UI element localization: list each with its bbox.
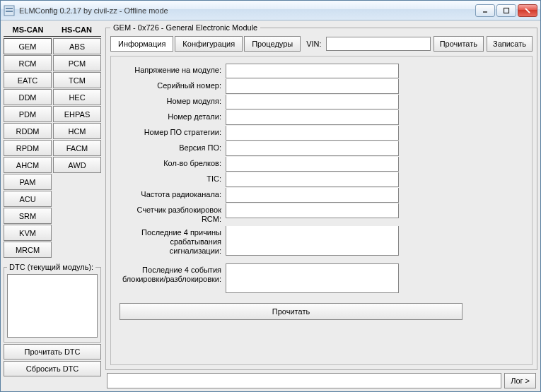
- titlebar[interactable]: ELMConfig 0.2.17 by civil-zz - Offline m…: [1, 1, 540, 20]
- client-area: MS-CAN HS-CAN GEM RCM EATC DDM PDM RDDM …: [1, 20, 540, 391]
- label-fobs: Кол-во брелков:: [120, 157, 226, 170]
- write-button[interactable]: Записать: [487, 36, 533, 52]
- module-btn-awd[interactable]: AWD: [53, 157, 101, 173]
- status-bar: Лог >: [105, 373, 537, 388]
- tab-config[interactable]: Конфигурация: [175, 36, 243, 52]
- reset-dtc-button[interactable]: Сбросить DTC: [4, 361, 101, 376]
- module-btn-tcm[interactable]: TCM: [53, 72, 101, 88]
- module-btn-abs[interactable]: ABS: [53, 38, 101, 54]
- module-btn-mrcm[interactable]: MRCM: [4, 242, 52, 258]
- svg-rect-1: [6, 8, 13, 9]
- module-topbar: Информация Конфигурация Процедуры VIN: П…: [110, 36, 533, 52]
- value-lock4: [226, 263, 399, 293]
- dtc-group: DTC (текущий модуль):: [4, 263, 101, 343]
- label-lock4: Последние 4 события блокировки/разблокир…: [120, 263, 226, 286]
- vin-label: VIN:: [306, 40, 321, 48]
- close-button[interactable]: [518, 4, 537, 17]
- module-btn-kvm[interactable]: KVM: [4, 225, 52, 241]
- hscan-header: HS-CAN: [52, 23, 101, 36]
- minimize-button[interactable]: [475, 4, 495, 17]
- label-stratnum: Номер ПО стратегии:: [120, 126, 226, 139]
- label-modnum: Номер модуля:: [120, 95, 226, 108]
- value-fobs: [226, 157, 399, 172]
- value-tic: [226, 172, 399, 187]
- value-stratnum: [226, 126, 399, 141]
- module-btn-rcm[interactable]: RCM: [4, 55, 52, 71]
- value-swver: [226, 141, 399, 156]
- module-fieldset: GEM - 0x726 - General Electronic Module …: [105, 23, 537, 370]
- tab-proc[interactable]: Процедуры: [244, 36, 301, 52]
- svg-rect-2: [6, 11, 13, 12]
- value-radiofreq: [226, 188, 399, 203]
- module-btn-rpdm[interactable]: RPDM: [4, 140, 52, 156]
- app-window: ELMConfig 0.2.17 by civil-zz - Offline m…: [0, 0, 541, 392]
- module-btn-ehpas[interactable]: EHPAS: [53, 106, 101, 122]
- read-info-button[interactable]: Прочитать: [120, 303, 463, 320]
- dtc-legend: DTC (текущий модуль):: [7, 263, 95, 271]
- window-title: ELMConfig 0.2.17 by civil-zz - Offline m…: [19, 6, 475, 15]
- app-icon: [4, 5, 15, 16]
- status-field: [107, 373, 501, 388]
- module-btn-facm[interactable]: FACM: [53, 140, 101, 156]
- maximize-button[interactable]: [496, 4, 516, 17]
- svg-line-6: [525, 8, 530, 13]
- label-rcmcnt: Счетчик разблокировок RCM:: [120, 203, 226, 226]
- mscan-col: GEM RCM EATC DDM PDM RDDM RPDM AHCM PAM …: [4, 38, 52, 259]
- module-btn-hec[interactable]: HEC: [53, 89, 101, 105]
- label-serial: Серийный номер:: [120, 79, 226, 93]
- module-btn-rddm[interactable]: RDDM: [4, 123, 52, 139]
- module-btn-gem[interactable]: GEM: [4, 38, 52, 54]
- value-modnum: [226, 95, 399, 109]
- info-panel: Напряжение на модуле: Серийный номер: Но…: [110, 56, 533, 365]
- module-btn-srm[interactable]: SRM: [4, 208, 52, 224]
- content-area: GEM - 0x726 - General Electronic Module …: [105, 23, 537, 388]
- tab-info[interactable]: Информация: [110, 36, 173, 52]
- module-btn-ahcm[interactable]: AHCM: [4, 157, 52, 173]
- module-btn-pdm[interactable]: PDM: [4, 106, 52, 122]
- module-btn-ddm[interactable]: DDM: [4, 89, 52, 105]
- value-alarm4: [226, 226, 399, 256]
- value-partnum: [226, 110, 399, 125]
- module-btn-hcm[interactable]: HCM: [53, 123, 101, 139]
- module-btn-pcm[interactable]: PCM: [53, 55, 101, 71]
- label-swver: Версия ПО:: [120, 141, 226, 155]
- module-btn-acu[interactable]: ACU: [4, 191, 52, 207]
- label-tic: TIC:: [120, 172, 226, 186]
- svg-rect-4: [504, 8, 509, 13]
- module-legend: GEM - 0x726 - General Electronic Module: [110, 23, 260, 32]
- read-dtc-button[interactable]: Прочитать DTC: [4, 344, 101, 360]
- hscan-col: ABS PCM TCM HEC EHPAS HCM FACM AWD: [53, 38, 101, 259]
- read-button[interactable]: Прочитать: [434, 36, 484, 52]
- vin-input[interactable]: [326, 37, 431, 51]
- label-partnum: Номер детали:: [120, 110, 226, 124]
- value-serial: [226, 79, 399, 94]
- dtc-list[interactable]: [7, 274, 98, 338]
- label-radiofreq: Частота радиоканала:: [120, 188, 226, 201]
- sidebar: MS-CAN HS-CAN GEM RCM EATC DDM PDM RDDM …: [4, 23, 101, 388]
- mscan-header: MS-CAN: [4, 23, 52, 36]
- window-controls: [475, 4, 537, 17]
- module-btn-pam[interactable]: PAM: [4, 174, 52, 190]
- log-button[interactable]: Лог >: [504, 373, 536, 388]
- value-voltage: [226, 64, 399, 78]
- module-btn-eatc[interactable]: EATC: [4, 72, 52, 88]
- label-alarm4: Последние 4 причины срабатывания сигнали…: [120, 226, 226, 258]
- label-voltage: Напряжение на модуле:: [120, 64, 226, 77]
- value-rcmcnt: [226, 203, 399, 218]
